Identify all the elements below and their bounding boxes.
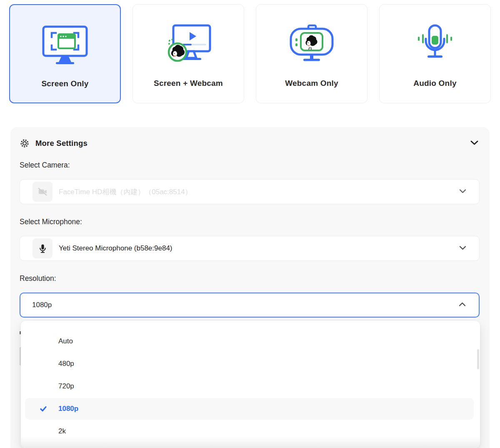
screen-only-icon	[10, 23, 120, 68]
camera-value: FaceTime HD相機（內建）（05ac:8514）	[59, 187, 192, 197]
resolution-option-auto[interactable]: Auto	[21, 330, 480, 353]
audio-only-icon	[380, 22, 490, 67]
resolution-option-2k[interactable]: 2k	[21, 420, 480, 443]
resolution-option-480p[interactable]: 480p	[21, 353, 480, 375]
more-settings-panel: More Settings Select Camera: FaceTime HD…	[10, 127, 490, 448]
camera-label: Select Camera:	[20, 160, 70, 170]
card-label: Audio Only	[380, 79, 490, 88]
microphone-value: Yeti Stereo Microphone (b58e:9e84)	[59, 244, 172, 253]
more-settings-title: More Settings	[35, 139, 88, 148]
microphone-label: Select Microphone:	[20, 216, 82, 227]
collapse-chevron-down-icon[interactable]	[470, 140, 479, 148]
dropdown-scrollbar-thumb[interactable]	[477, 349, 479, 369]
mode-card-webcam-only[interactable]: Webcam Only	[256, 4, 368, 103]
mode-card-audio-only[interactable]: Audio Only	[379, 4, 491, 103]
resolution-label: Resolution:	[20, 273, 56, 284]
more-settings-header[interactable]: More Settings	[20, 137, 88, 150]
resolution-option-1080p[interactable]: 1080p	[21, 398, 480, 420]
card-label: Screen + Webcam	[133, 79, 244, 88]
card-label: Screen Only	[10, 79, 120, 88]
checkmark-icon	[40, 405, 47, 414]
chevron-up-icon	[458, 301, 466, 309]
resolution-dropdown-menu: Auto 480p 720p 1080p 2k	[21, 321, 480, 448]
mode-card-screen-only[interactable]: Screen Only	[9, 4, 121, 103]
chevron-down-icon	[459, 188, 467, 195]
microphone-select[interactable]: Yeti Stereo Microphone (b58e:9e84)	[20, 236, 480, 261]
card-label: Webcam Only	[256, 79, 367, 88]
mode-card-screen-webcam[interactable]: Screen + Webcam	[132, 4, 244, 103]
resolution-value: 1080p	[32, 301, 52, 309]
webcam-only-icon	[256, 22, 367, 67]
camera-off-icon	[32, 182, 52, 202]
resolution-option-720p[interactable]: 720p	[21, 375, 480, 398]
recorder-settings-page: Screen Only Screen + Webcam	[0, 0, 500, 448]
screen-webcam-icon	[133, 22, 244, 67]
resolution-select[interactable]: 1080p	[20, 293, 480, 318]
chevron-down-icon	[459, 245, 467, 252]
gear-icon	[20, 139, 29, 148]
camera-select[interactable]: FaceTime HD相機（內建）（05ac:8514）	[20, 179, 480, 204]
microphone-icon	[32, 238, 52, 258]
